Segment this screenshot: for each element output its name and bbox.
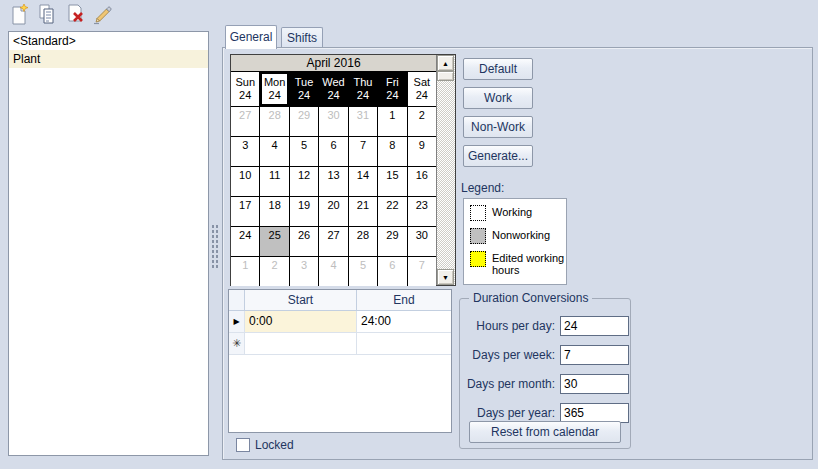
start-cell-empty[interactable] (245, 333, 357, 354)
tab-shifts[interactable]: Shifts (281, 27, 323, 48)
calendar-day-4-adjacent[interactable]: 4 (319, 257, 347, 286)
calendar-day-29-adjacent[interactable]: 29 (290, 107, 318, 136)
calendar-day-10[interactable]: 10 (231, 167, 259, 196)
calendar-day-3-adjacent[interactable]: 3 (290, 257, 318, 286)
end-cell[interactable]: 24:00 (357, 311, 451, 332)
day-header-wed[interactable]: Wed24 (319, 72, 347, 106)
locked-option: Locked (236, 438, 294, 452)
calendar-day-23[interactable]: 23 (408, 197, 436, 226)
calendar-day-20[interactable]: 20 (319, 197, 347, 226)
calendar-day-6[interactable]: 6 (319, 137, 347, 166)
grid-row-current: ▶ 0:00 24:00 (229, 311, 451, 333)
rename-calendar-button[interactable] (92, 3, 114, 25)
field-label: Days per year: (460, 403, 555, 423)
days-per-week-input[interactable] (560, 345, 629, 365)
calendar-day-28[interactable]: 28 (349, 227, 377, 256)
grid-row-new: ✳ (229, 333, 451, 355)
new-row-indicator[interactable]: ✳ (229, 333, 245, 354)
calendar-day-28-adjacent[interactable]: 28 (260, 107, 288, 136)
calendar-day-9[interactable]: 9 (408, 137, 436, 166)
calendar-day-27-adjacent[interactable]: 27 (231, 107, 259, 136)
end-cell-empty[interactable] (357, 333, 451, 354)
calendar-day-3[interactable]: 3 (231, 137, 259, 166)
calendar-day-8[interactable]: 8 (378, 137, 406, 166)
calendar-day-15[interactable]: 15 (378, 167, 406, 196)
day-header-mon[interactable]: Mon24 (260, 72, 288, 106)
calendar-day-13[interactable]: 13 (319, 167, 347, 196)
duration-field-row: Days per month: (460, 374, 630, 394)
reset-from-calendar-button[interactable]: Reset from calendar (469, 421, 621, 443)
hours-per-day-input[interactable] (560, 316, 629, 336)
calendar-day-6-adjacent[interactable]: 6 (378, 257, 406, 286)
grid-header-row: Start End (229, 290, 451, 311)
calendar-day-27[interactable]: 27 (319, 227, 347, 256)
calendar-day-7-adjacent[interactable]: 7 (408, 257, 436, 286)
month-calendar[interactable]: April 2016 Sun24Mon24Tue24Wed24Thu24Fri2… (230, 54, 456, 286)
calendar-day-2[interactable]: 2 (408, 107, 436, 136)
day-header-tue[interactable]: Tue24 (290, 72, 318, 106)
calendar-day-4[interactable]: 4 (260, 137, 288, 166)
locked-checkbox[interactable] (236, 438, 250, 452)
grid-column-header-start[interactable]: Start (245, 290, 357, 310)
calendar-day-14[interactable]: 14 (349, 167, 377, 196)
list-item-plant[interactable]: Plant (9, 50, 208, 68)
calendar-day-31-adjacent[interactable]: 31 (349, 107, 377, 136)
calendar-day-24[interactable]: 24 (231, 227, 259, 256)
day-header-thu[interactable]: Thu24 (349, 72, 377, 106)
delete-document-icon (64, 14, 86, 28)
calendar-day-29[interactable]: 29 (378, 227, 406, 256)
calendar-day-18[interactable]: 18 (260, 197, 288, 226)
calendar-day-5-adjacent[interactable]: 5 (349, 257, 377, 286)
calendar-day-17[interactable]: 17 (231, 197, 259, 226)
scroll-up-button[interactable]: ▲ (437, 55, 454, 71)
calendar-day-22[interactable]: 22 (378, 197, 406, 226)
calendar-day-5[interactable]: 5 (290, 137, 318, 166)
calendar-day-1[interactable]: 1 (378, 107, 406, 136)
shift-times-grid[interactable]: Start End ▶ 0:00 24:00 ✳ (228, 289, 452, 433)
splitter-handle[interactable] (211, 224, 219, 270)
list-item-standard[interactable]: <Standard> (9, 32, 208, 50)
non-work-button[interactable]: Non-Work (463, 116, 533, 138)
generate-button[interactable]: Generate... (463, 145, 533, 167)
legend-item: Edited working hours (470, 251, 566, 276)
calendar-day-11[interactable]: 11 (260, 167, 288, 196)
days-per-year-input[interactable] (560, 403, 629, 423)
days-per-month-input[interactable] (560, 374, 629, 394)
calendar-scrollbar[interactable]: ▲ ▼ (436, 55, 455, 285)
tab-general[interactable]: General (225, 25, 277, 49)
row-arrow-icon: ▶ (233, 317, 239, 326)
duration-conversions-group: Duration Conversions Hours per day:Days … (459, 298, 631, 449)
calendar-list[interactable]: <Standard>Plant (8, 31, 209, 456)
scroll-down-button[interactable]: ▼ (437, 269, 454, 285)
new-calendar-button[interactable] (8, 3, 30, 25)
copy-calendar-button[interactable] (36, 3, 58, 25)
grid-column-header-end[interactable]: End (357, 290, 451, 310)
work-button[interactable]: Work (463, 87, 533, 109)
calendar-day-25[interactable]: 25 (260, 227, 288, 256)
day-header-sat[interactable]: Sat24 (408, 72, 436, 106)
scrollbar-thumb[interactable] (437, 71, 454, 81)
calendar-day-30-adjacent[interactable]: 30 (319, 107, 347, 136)
start-cell[interactable]: 0:00 (245, 311, 357, 332)
legend-swatch-icon (470, 228, 486, 244)
calendar-day-21[interactable]: 21 (349, 197, 377, 226)
pencil-icon (92, 14, 114, 28)
current-row-indicator[interactable]: ▶ (229, 311, 245, 332)
calendar-day-2-adjacent[interactable]: 2 (260, 257, 288, 286)
calendar-day-26[interactable]: 26 (290, 227, 318, 256)
calendar-day-7[interactable]: 7 (349, 137, 377, 166)
calendar-day-19[interactable]: 19 (290, 197, 318, 226)
locked-label: Locked (255, 438, 294, 452)
groupbox-title: Duration Conversions (469, 291, 592, 305)
month-calendar-grid: April 2016 Sun24Mon24Tue24Wed24Thu24Fri2… (231, 55, 436, 285)
field-label: Days per week: (460, 345, 555, 365)
calendar-day-30[interactable]: 30 (408, 227, 436, 256)
day-header-fri[interactable]: Fri24 (378, 72, 406, 106)
general-tab-panel: April 2016 Sun24Mon24Tue24Wed24Thu24Fri2… (222, 47, 813, 460)
day-header-sun[interactable]: Sun24 (231, 72, 259, 106)
calendar-day-16[interactable]: 16 (408, 167, 436, 196)
calendar-day-12[interactable]: 12 (290, 167, 318, 196)
calendar-day-1-adjacent[interactable]: 1 (231, 257, 259, 286)
default-button[interactable]: Default (463, 58, 533, 80)
delete-calendar-button[interactable] (64, 3, 86, 25)
